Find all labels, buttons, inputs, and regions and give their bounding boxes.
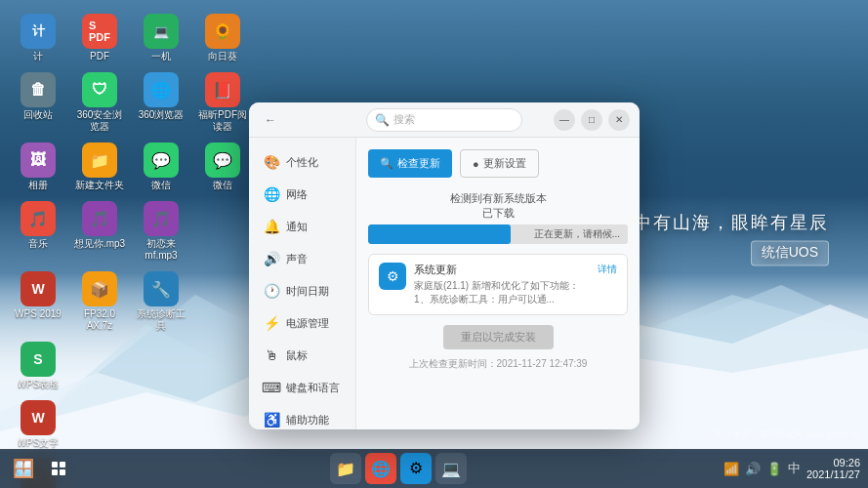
desktop-icon-photos[interactable]: 🖼 相册 [10, 139, 66, 195]
desktop-icon-wechat2[interactable]: 💬 微信 [194, 139, 251, 195]
update-info-box: ⚙ 系统更新 家庭版(21.1) 新增和优化了如下功能：1、系统诊断工具：用户可… [368, 254, 628, 315]
desktop-icon-yiji[interactable]: 💻 一机 [133, 10, 189, 66]
desktop-icon-wechat1[interactable]: 💬 微信 [133, 139, 189, 195]
update-info-desc: 家庭版(21.1) 新增和优化了如下功能：1、系统诊断工具：用户可以通... [414, 279, 590, 306]
sidebar-label-personalization: 个性化 [286, 155, 318, 170]
desktop-icon-folder[interactable]: 📁 新建文件夹 [71, 139, 128, 195]
update-action-buttons: 🔍 检查更新 ● 更新设置 [368, 149, 628, 178]
start-button[interactable]: 🪟 [8, 453, 39, 484]
taskbar-browser[interactable]: 🌐 [365, 453, 396, 484]
taskbar-time[interactable]: 09:26 2021/11/27 [806, 457, 860, 480]
sidebar-label-datetime: 时间日期 [286, 284, 329, 299]
desktop-icon-fp32[interactable]: 📦 FP32.0 AX.7z [71, 267, 128, 336]
window-back-button[interactable]: ← [259, 108, 282, 132]
sidebar-item-personalization[interactable]: 🎨 个性化 [253, 146, 351, 178]
desktop-icon-wps2019[interactable]: W WPS 2019 [10, 267, 66, 336]
power-icon: ⚡ [263, 314, 280, 332]
grid-icon [51, 461, 66, 476]
taskbar-app-manager[interactable] [43, 453, 74, 484]
sidebar-item-sound[interactable]: 🔊 声音 [253, 243, 351, 274]
update-status-line1: 检测到有新系统版本 已下载 [368, 191, 628, 221]
sidebar-item-accessibility[interactable]: ♿ 辅助功能 [253, 404, 351, 429]
sidebar-label-network: 网络 [286, 187, 308, 202]
update-detail-link[interactable]: 详情 [598, 263, 617, 276]
svg-rect-6 [52, 469, 58, 475]
window-titlebar: ← 🔍 搜索 — □ ✕ [249, 102, 640, 138]
update-progress-bar: 正在更新，请稍候... [368, 224, 628, 244]
sidebar-label-keyboard: 键盘和语言 [286, 381, 340, 395]
desktop-icon-wps-word[interactable]: W WPS文字 [10, 396, 66, 453]
desktop-icon-calculator[interactable]: 计 计 [10, 10, 66, 66]
taskbar-settings[interactable]: ⚙ [400, 453, 432, 484]
desktop-icon-foxpdf[interactable]: 📕 福昕PDF阅读器 [194, 68, 251, 137]
taskbar-terminal[interactable]: 💻 [435, 453, 467, 484]
window-search-box[interactable]: 🔍 搜索 [366, 108, 522, 132]
accessibility-icon: ♿ [263, 411, 280, 428]
desktop-icon-music[interactable]: 🎵 音乐 [10, 197, 66, 265]
svg-rect-7 [60, 469, 65, 475]
slogan-main-text: 心中有山海，眼眸有星辰 [614, 211, 829, 234]
desktop: 计 计 SPDF PDF 💻 一机 🌻 向日葵 🗑 回收站 🛡 [0, 0, 868, 488]
sidebar-item-power[interactable]: ⚡ 电源管理 [253, 307, 351, 339]
sidebar-item-network[interactable]: 🌐 网络 [253, 179, 351, 210]
window-body: 🎨 个性化 🌐 网络 🔔 通知 🔊 声音 🕐 时间日期 [249, 138, 640, 429]
taskbar-center: 📁 🌐 ⚙ 💻 [330, 453, 467, 484]
sidebar-item-notification[interactable]: 🔔 通知 [253, 211, 351, 242]
sidebar-label-sound: 声音 [286, 252, 308, 266]
window-controls: — □ ✕ [554, 109, 630, 131]
update-info-title: 系统更新 [414, 263, 590, 277]
taskbar-volume-icon[interactable]: 🔊 [745, 462, 761, 476]
desktop-icon-360browser[interactable]: 🌐 360浏览器 [133, 68, 189, 137]
slogan-sub-text: 统信UOS [751, 240, 829, 265]
update-info-text: 系统更新 家庭版(21.1) 新增和优化了如下功能：1、系统诊断工具：用户可以通… [414, 263, 590, 306]
update-settings-button[interactable]: ● 更新设置 [460, 149, 539, 178]
notification-icon: 🔔 [263, 218, 280, 235]
sidebar-label-mouse: 鼠标 [286, 348, 308, 363]
personalization-icon: 🎨 [263, 153, 280, 171]
taskbar-keyboard-layout[interactable]: 中 [788, 460, 801, 477]
restart-button[interactable]: 重启以完成安装 [443, 325, 554, 349]
window-title-area: 🔍 搜索 [366, 108, 522, 132]
svg-rect-4 [52, 462, 58, 468]
sidebar-label-notification: 通知 [286, 220, 308, 234]
network-icon: 🌐 [263, 185, 280, 203]
desktop-icon-wps-sheet[interactable]: S WPS表格 [10, 338, 66, 394]
sound-icon: 🔊 [263, 250, 280, 267]
mouse-icon: 🖱 [263, 346, 280, 364]
maximize-button[interactable]: □ [581, 109, 602, 131]
sidebar-label-power: 电源管理 [286, 316, 329, 331]
desktop-icon-grid: 计 计 SPDF PDF 💻 一机 🌻 向日葵 🗑 回收站 🛡 [10, 10, 251, 488]
desktop-icon-pdf[interactable]: SPDF PDF [71, 10, 128, 66]
keyboard-icon: ⌨ [263, 379, 280, 396]
update-info-icon: ⚙ [379, 263, 406, 290]
taskbar-network-icon[interactable]: 📶 [723, 462, 739, 476]
taskbar-filemgr[interactable]: 📁 [330, 453, 361, 484]
taskbar: 🪟 📁 🌐 ⚙ 💻 📶 🔊 🔋 中 09:26 20 [0, 449, 868, 488]
settings-main-content: 🔍 检查更新 ● 更新设置 检测到有新系统版本 已下载 正在更新， [356, 138, 640, 429]
desktop-icon-recycle[interactable]: 🗑 回收站 [10, 68, 66, 137]
taskbar-battery-icon[interactable]: 🔋 [766, 462, 782, 476]
watermark: 图片来源：国庄游戏网 www.gzzyx.cn [715, 428, 860, 441]
check-update-button[interactable]: 🔍 检查更新 [368, 149, 452, 178]
minimize-button[interactable]: — [554, 109, 575, 131]
settings-sidebar: 🎨 个性化 🌐 网络 🔔 通知 🔊 声音 🕐 时间日期 [249, 138, 356, 429]
settings-window: ← 🔍 搜索 — □ ✕ 🎨 个性化 🌐 [249, 102, 640, 429]
progress-bar-fill [368, 224, 511, 244]
sidebar-item-mouse[interactable]: 🖱 鼠标 [253, 340, 351, 371]
desktop-icon-sunflower[interactable]: 🌻 向日葵 [194, 10, 251, 66]
sidebar-item-keyboard[interactable]: ⌨ 键盘和语言 [253, 372, 351, 403]
desktop-icon-song1[interactable]: 🎵 想见你.mp3 [71, 197, 128, 265]
last-check-time: 上次检查更新时间：2021-11-27 12:47:39 [368, 357, 628, 371]
desktop-slogan: 心中有山海，眼眸有星辰 统信UOS [614, 211, 829, 265]
close-button[interactable]: ✕ [608, 109, 630, 131]
search-placeholder: 搜索 [393, 112, 415, 127]
desktop-icon-360sec[interactable]: 🛡 360安全浏览器 [71, 68, 128, 137]
update-settings-icon: ● [473, 158, 479, 170]
desktop-icon-song2[interactable]: 🎵 初恋来mf.mp3 [133, 197, 189, 265]
datetime-icon: 🕐 [263, 282, 280, 300]
taskbar-left: 🪟 [8, 453, 74, 484]
sidebar-label-accessibility: 辅助功能 [286, 413, 329, 427]
desktop-icon-sysdiag[interactable]: 🔧 系统诊断工具 [133, 267, 189, 336]
taskbar-right: 📶 🔊 🔋 中 09:26 2021/11/27 [723, 457, 860, 480]
sidebar-item-datetime[interactable]: 🕐 时间日期 [253, 275, 351, 306]
